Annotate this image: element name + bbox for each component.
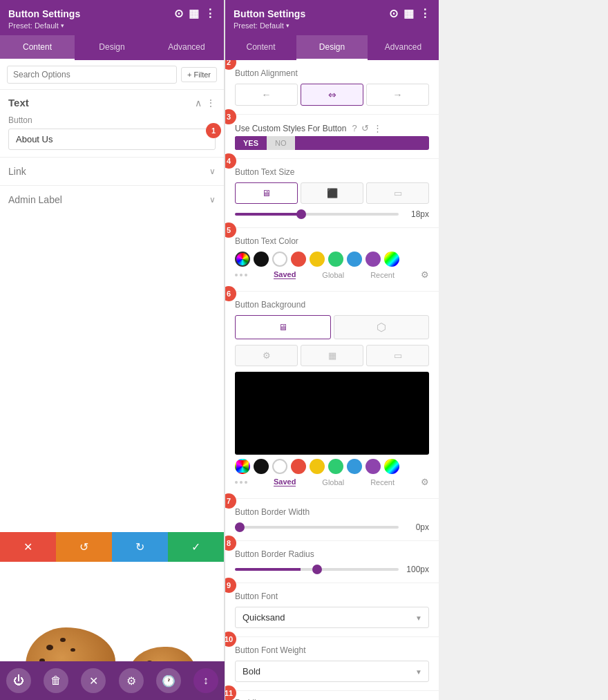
bg-recent-tab[interactable]: Recent: [370, 478, 395, 486]
color-yellow-dot[interactable]: [310, 252, 325, 267]
badge-5: 5: [225, 223, 236, 238]
right-preset-arrow-icon: ▾: [286, 22, 289, 29]
custom-style-icons: ? ↺ ⋮: [352, 123, 381, 133]
text-section-title: Text: [8, 97, 29, 108]
settings-icon[interactable]: ⚙: [119, 668, 144, 693]
section-more-icon[interactable]: ⋮: [206, 97, 216, 108]
tab-design-right[interactable]: Design: [296, 35, 368, 60]
bg-image-tab[interactable]: ▦: [301, 345, 363, 366]
power-icon[interactable]: ⏻: [6, 668, 31, 693]
saved-tab[interactable]: Saved: [274, 270, 296, 279]
recent-tab[interactable]: Recent: [370, 271, 395, 279]
text-size-slider[interactable]: [235, 213, 399, 216]
color-black-dot[interactable]: [254, 252, 269, 267]
border-width-value: 0px: [404, 522, 429, 532]
undo-button-left[interactable]: ↺: [56, 532, 112, 562]
layout-icon[interactable]: ▦: [189, 7, 199, 20]
font-select-wrapper: Quicksand: [235, 607, 429, 628]
bg-color-row: [235, 459, 429, 474]
focus-icon[interactable]: ⊙: [174, 7, 183, 20]
border-radius-slider-row: 100px: [235, 565, 429, 574]
bg-color-settings-icon[interactable]: ⚙: [421, 477, 429, 487]
bg-yellow-dot[interactable]: [310, 459, 325, 474]
left-panel-title: Button Settings: [8, 8, 80, 19]
bg-global-tab[interactable]: Global: [322, 478, 344, 486]
align-center-button[interactable]: ⇔: [301, 84, 363, 106]
preset-label[interactable]: Preset: Default ▾: [8, 21, 216, 30]
reset-icon[interactable]: ↺: [361, 123, 369, 133]
tab-content-right[interactable]: Content: [225, 35, 296, 60]
color-white-dot[interactable]: [272, 252, 287, 267]
right-layout-icon[interactable]: ▦: [403, 7, 414, 20]
font-weight-select[interactable]: Bold: [235, 661, 429, 682]
border-radius-slider[interactable]: [235, 568, 399, 571]
help-icon[interactable]: ?: [352, 123, 357, 133]
link-row[interactable]: Link ∨: [0, 157, 224, 185]
text-size-section: Button Text Size 🖥 ⬛ ▭ 18px 4: [225, 159, 439, 228]
search-input[interactable]: [7, 66, 177, 84]
border-width-section: Button Border Width 0px 7: [225, 499, 439, 541]
alignment-row: ← ⇔ →: [235, 84, 429, 106]
size-desktop-tab[interactable]: 🖥: [235, 182, 298, 204]
bg-red-dot[interactable]: [291, 459, 306, 474]
close-icon[interactable]: ✕: [81, 668, 106, 693]
trash-icon[interactable]: 🗑: [44, 668, 68, 693]
bg-gradient-dot[interactable]: [235, 459, 250, 474]
right-focus-icon[interactable]: ⊙: [389, 7, 398, 20]
redo-button-left[interactable]: ↻: [112, 532, 168, 562]
bg-color-picker-icon[interactable]: [384, 459, 399, 474]
color-gradient-dot[interactable]: [235, 252, 250, 267]
button-field-label: Button: [8, 115, 216, 125]
custom-styles-toggle[interactable]: YES NO: [235, 136, 429, 150]
bg-blue-dot[interactable]: [347, 459, 362, 474]
color-red-dot[interactable]: [291, 252, 306, 267]
tab-advanced-left[interactable]: Advanced: [149, 35, 224, 60]
bg-desktop-tab[interactable]: 🖥: [235, 315, 331, 339]
align-right-button[interactable]: →: [366, 84, 429, 106]
collapse-icon[interactable]: ∧: [195, 97, 202, 108]
align-left-button[interactable]: ←: [235, 84, 298, 106]
bg-purple-dot[interactable]: [365, 459, 381, 474]
settings-content: Button Alignment ← ⇔ → 2 Use Custom Styl…: [225, 60, 439, 700]
right-more-icon[interactable]: ⋮: [419, 7, 430, 20]
tab-design-left[interactable]: Design: [75, 35, 149, 60]
bg-black-dot[interactable]: [254, 459, 269, 474]
tab-advanced-right[interactable]: Advanced: [368, 35, 439, 60]
text-color-label: Button Text Color: [235, 236, 429, 246]
more-icon[interactable]: ⋮: [205, 7, 216, 20]
admin-label-row[interactable]: Admin Label ∨: [0, 185, 224, 214]
font-select[interactable]: Quicksand: [235, 607, 429, 628]
bg-saved-tab[interactable]: Saved: [274, 477, 296, 486]
global-tab[interactable]: Global: [322, 271, 344, 279]
bg-cursor-tab[interactable]: ⬡: [334, 315, 430, 339]
custom-styles-section: Use Custom Styles For Button ? ↺ ⋮ YES N…: [225, 115, 439, 159]
button-text-input[interactable]: [8, 129, 216, 150]
size-mobile-tab[interactable]: ▭: [366, 182, 429, 204]
right-panel: Button Settings ⊙ ▦ ⋮ Preset: Default ▾ …: [225, 0, 439, 700]
resize-icon[interactable]: ↕: [193, 668, 218, 693]
cancel-button-left[interactable]: ✕: [0, 532, 56, 562]
size-tablet-tab[interactable]: ⬛: [301, 182, 363, 204]
options-icon[interactable]: ⋮: [373, 123, 382, 133]
badge-10: 10: [225, 632, 236, 647]
color-settings-icon[interactable]: ⚙: [421, 269, 429, 280]
color-picker-icon[interactable]: [384, 252, 399, 267]
color-green-dot[interactable]: [328, 252, 343, 267]
color-blue-dot[interactable]: [347, 252, 362, 267]
save-button-left[interactable]: ✓: [168, 532, 224, 562]
bg-color-tab[interactable]: ⚙: [235, 345, 298, 366]
history-icon[interactable]: 🕐: [156, 668, 181, 693]
badge-6: 6: [225, 286, 236, 301]
bg-white-dot[interactable]: [272, 459, 287, 474]
bg-green-dot[interactable]: [328, 459, 343, 474]
filter-button[interactable]: + Filter: [181, 67, 217, 82]
border-width-slider[interactable]: [235, 526, 399, 529]
padding-section: Padding 🖥 ⬛ ▭ 16px 🔗 Top: [225, 691, 439, 700]
bg-video-tab[interactable]: ▭: [366, 345, 429, 366]
toggle-yes: YES: [235, 136, 267, 150]
tab-content-left[interactable]: Content: [0, 35, 75, 60]
badge-3: 3: [225, 109, 236, 124]
badge-1: 1: [206, 123, 221, 138]
border-radius-value: 100px: [404, 565, 429, 574]
color-purple-dot[interactable]: [365, 252, 381, 267]
